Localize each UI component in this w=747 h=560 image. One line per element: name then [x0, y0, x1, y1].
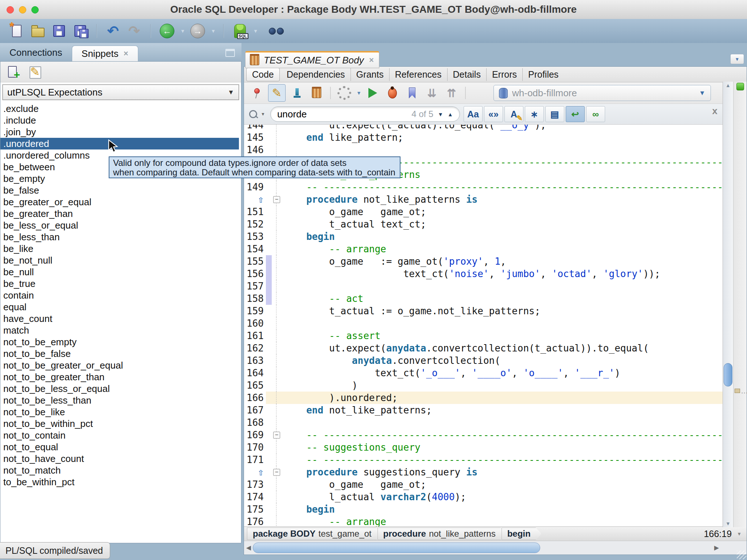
scroll-down-icon[interactable]: ▼ [723, 521, 733, 526]
breadcrumb-segment[interactable]: procedurenot_like_patterns [378, 528, 507, 540]
code-line[interactable]: 176 -- arrange [244, 516, 723, 526]
find-all-button[interactable]: ∞ [586, 106, 605, 122]
selection-only-button[interactable]: ▤ [545, 106, 564, 122]
tab-grants[interactable]: Grants [351, 68, 390, 81]
open-file-button[interactable] [29, 22, 47, 40]
list-item[interactable]: not_to_contain [0, 429, 241, 441]
list-item[interactable]: be_null [0, 266, 241, 278]
fold-icon[interactable]: − [273, 196, 280, 203]
code-line[interactable]: 144 ut.expect(t_actual).to_equal('__o_y'… [244, 125, 723, 131]
fold-icon[interactable]: − [273, 469, 280, 476]
code-line[interactable]: 161 -- assert [244, 330, 723, 342]
new-file-button[interactable]: * [8, 22, 26, 40]
code-line[interactable]: ⇧− procedure suggestions_query is [244, 466, 723, 478]
code-line[interactable]: 163 anydata.convertcollection( [244, 354, 723, 367]
search-field[interactable]: unorde 4 of 5 ▼ ▲ [270, 106, 460, 122]
panel-restore-icon[interactable] [225, 49, 235, 57]
minimize-window-button[interactable] [19, 6, 26, 13]
code-line[interactable]: 171 -- ---------------------------------… [244, 454, 723, 466]
tab-references[interactable]: References [390, 68, 448, 81]
code-line[interactable]: 152 t_actual text_ct; [244, 218, 723, 230]
close-find-bar-button[interactable]: x [712, 105, 717, 117]
scroll-left-icon[interactable]: ◀ [246, 544, 251, 552]
list-item[interactable]: .include [0, 114, 241, 126]
nav-up-arrow-icon[interactable]: ⇧ [258, 194, 264, 205]
nav-up-arrow-icon[interactable]: ⇧ [258, 466, 264, 478]
previous-bookmark-button[interactable]: ⇈ [443, 85, 460, 101]
list-item[interactable]: be_not_null [0, 254, 241, 266]
tab-details[interactable]: Details [448, 68, 487, 81]
regex-button[interactable]: ∗ [525, 106, 544, 122]
code-line[interactable]: 156 text_ct('noise', 'jumbo', 'octad', '… [244, 268, 723, 280]
tab-dependencies[interactable]: Dependencies [281, 68, 351, 81]
document-tab[interactable]: TEST_GAME_OT Body × [245, 51, 379, 68]
code-line[interactable]: 165 ) [244, 379, 723, 392]
close-window-button[interactable] [7, 6, 14, 13]
whole-word-button[interactable]: «» [484, 106, 503, 122]
close-tab-icon[interactable]: × [124, 49, 128, 58]
redo-button[interactable]: ↷ [125, 22, 143, 40]
settings-button[interactable] [336, 85, 353, 101]
code-editor[interactable]: 144 ut.expect(t_actual).to_equal('__o_y'… [244, 125, 747, 526]
ruler-mark[interactable]: … [735, 389, 747, 393]
search-input[interactable]: unorde [277, 109, 307, 120]
edit-button[interactable]: ✎ [268, 84, 286, 102]
back-dropdown-icon[interactable]: ▼ [180, 28, 185, 34]
previous-match-button[interactable]: ▼ [438, 111, 443, 117]
code-line[interactable]: 145 end like_pattern; [244, 131, 723, 144]
sql-worksheet-dropdown-icon[interactable]: ▼ [253, 28, 258, 34]
connection-select[interactable]: wh-odb-fillmore ▼ [494, 85, 711, 101]
code-line[interactable]: 170 -- suggestions_query [244, 441, 723, 454]
highlight-button[interactable]: A✎ [504, 106, 523, 122]
forward-button[interactable]: → [189, 22, 206, 40]
tab-list-dropdown-button[interactable]: ▼ [730, 54, 744, 64]
list-item[interactable]: not_to_be_greater_than [0, 371, 241, 383]
tab-snippets[interactable]: Snippets× [72, 46, 138, 61]
settings-dropdown-icon[interactable]: ▼ [356, 90, 361, 96]
list-item[interactable]: not_to_be_less_or_equal [0, 383, 241, 394]
list-item[interactable]: .exclude [0, 103, 241, 114]
undo-button[interactable]: ↶ [104, 22, 122, 40]
list-item[interactable]: be_false [0, 184, 241, 196]
code-line[interactable]: ⇧− procedure not_like_patterns is [244, 193, 723, 206]
find-db-object-button[interactable] [268, 22, 285, 40]
code-line[interactable]: 146 [244, 144, 723, 156]
wrap-search-button[interactable]: ↩ [566, 106, 585, 122]
compile-button[interactable] [289, 85, 305, 101]
list-item[interactable]: not_to_be_false [0, 348, 241, 359]
next-match-button[interactable]: ▲ [448, 111, 453, 117]
list-item[interactable]: be_greater_or_equal [0, 196, 241, 208]
tab-errors[interactable]: Errors [487, 68, 523, 81]
code-line[interactable]: 155 o_game := game_ot('proxy', 1, [244, 255, 723, 268]
list-item[interactable]: be_less_than [0, 231, 241, 243]
horizontal-scroll-thumb[interactable] [253, 542, 540, 553]
list-item[interactable]: match [0, 324, 241, 336]
debug-button[interactable] [384, 85, 401, 101]
search-options-dropdown-icon[interactable]: ▼ [261, 112, 265, 117]
freeze-pin-button[interactable] [248, 85, 265, 101]
list-item[interactable]: have_count [0, 313, 241, 324]
code-line[interactable]: 175 begin [244, 503, 723, 516]
snippet-category-select[interactable]: utPLSQL Expectations ▼ [3, 85, 239, 100]
list-item[interactable]: not_to_equal [0, 441, 241, 453]
code-line[interactable]: 162 ut.expect(anydata.convertcollection(… [244, 342, 723, 354]
vertical-scrollbar[interactable]: ▲ ▼ [723, 82, 733, 527]
list-item[interactable]: not_to_match [0, 464, 241, 476]
code-line[interactable]: 149 -- ---------------------------------… [244, 181, 723, 193]
scroll-right-icon[interactable]: ▶ [714, 544, 719, 552]
next-bookmark-button[interactable]: ⇊ [423, 85, 440, 101]
edit-snippet-button[interactable]: ✎ [27, 64, 43, 79]
tab-profiles[interactable]: Profiles [523, 68, 564, 81]
code-line[interactable]: 153 begin [244, 230, 723, 243]
list-item[interactable]: to_be_within_pct [0, 476, 241, 488]
fold-icon[interactable]: − [273, 432, 280, 439]
run-button[interactable] [364, 85, 381, 101]
code-line[interactable]: 160 [244, 317, 723, 330]
horizontal-scrollbar[interactable]: ◀ ▶ [244, 541, 747, 555]
code-line[interactable]: 159 t_actual := o_game.not_like_patterns… [244, 305, 723, 317]
window-resize-grip[interactable] [737, 551, 746, 559]
list-item[interactable]: .join_by [0, 126, 241, 138]
list-item[interactable]: equal [0, 301, 241, 313]
close-document-icon[interactable]: × [369, 55, 374, 65]
list-item[interactable]: not_to_be_within_pct [0, 418, 241, 429]
